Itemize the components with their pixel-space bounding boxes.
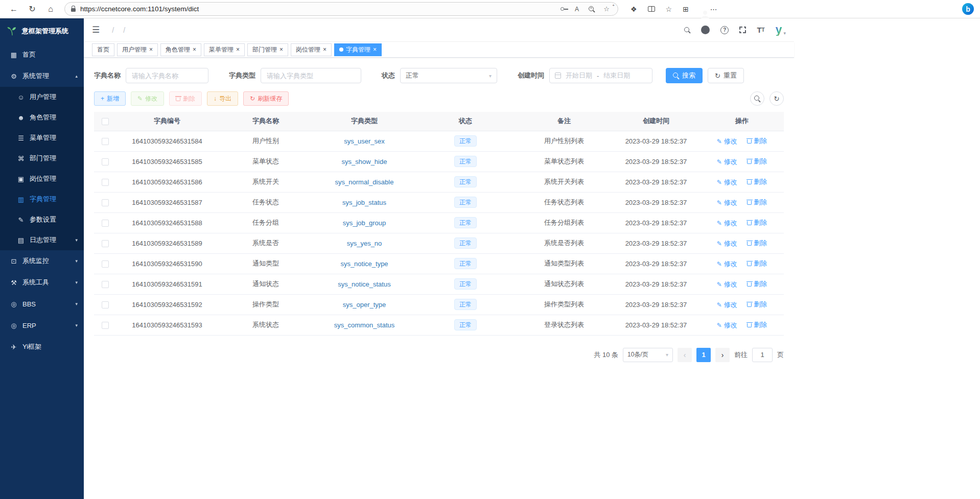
header-search-icon[interactable] <box>684 27 690 33</box>
password-key-icon[interactable] <box>557 4 567 14</box>
next-page-button[interactable]: › <box>715 348 730 362</box>
refresh-cache-button[interactable]: ↻ 刷新缓存 <box>243 91 289 106</box>
browser-home-button[interactable]: ⌂ <box>43 2 58 16</box>
refresh-table-icon[interactable]: ↻ <box>769 91 784 106</box>
edit-button[interactable]: ✎ 修改 <box>131 91 164 106</box>
page-number-button[interactable]: 1 <box>696 348 711 362</box>
row-checkbox[interactable] <box>102 281 109 288</box>
tab-close-icon[interactable]: × <box>193 46 196 53</box>
sidebar-menu-item[interactable]: ⚙ 系统管理 ▴ <box>0 65 84 87</box>
dict-type-link[interactable]: sys_oper_type <box>343 301 386 308</box>
goto-page-input[interactable] <box>752 348 773 362</box>
sidebar-menu-item[interactable]: ▣ 岗位管理 <box>0 169 84 189</box>
read-aloud-icon[interactable]: A <box>572 4 582 14</box>
row-delete-link[interactable]: 删除 <box>747 259 767 268</box>
toggle-search-icon[interactable] <box>750 91 764 106</box>
sidebar-menu-item[interactable]: ☰ 菜单管理 <box>0 128 84 148</box>
dict-name-input[interactable] <box>126 68 208 83</box>
export-button[interactable]: ↓ 导出 <box>207 91 238 106</box>
view-tab[interactable]: 首页 <box>92 43 114 56</box>
row-checkbox[interactable] <box>102 158 109 165</box>
row-checkbox[interactable] <box>102 240 109 247</box>
dict-type-link[interactable]: sys_job_status <box>342 199 386 206</box>
select-all-checkbox[interactable] <box>102 118 109 125</box>
view-tab[interactable]: 用户管理 × <box>117 43 158 56</box>
dict-type-link[interactable]: sys_user_sex <box>344 137 384 145</box>
row-delete-link[interactable]: 删除 <box>747 177 767 186</box>
sidebar-menu-item[interactable]: ☺ 用户管理 <box>0 87 84 107</box>
favorites-icon[interactable]: ☆ <box>666 5 672 13</box>
breadcrumb-item[interactable] <box>107 26 119 34</box>
row-edit-link[interactable]: ✎修改 <box>717 219 737 228</box>
status-select[interactable]: 正常 ▾ <box>400 68 497 83</box>
sidebar-menu-item[interactable]: ▦ 首页 <box>0 44 84 65</box>
row-edit-link[interactable]: ✎修改 <box>717 300 737 310</box>
browser-more-icon[interactable]: ⋯ <box>710 5 717 13</box>
dict-type-link[interactable]: sys_normal_disable <box>335 178 394 186</box>
sidebar-menu-item[interactable]: ⊡ 系统监控 ▾ <box>0 250 84 272</box>
page-size-select[interactable]: 10条/页 ▾ <box>623 348 673 362</box>
hamburger-icon[interactable]: ☰ <box>92 25 100 35</box>
row-delete-link[interactable]: 删除 <box>747 157 767 166</box>
prev-page-button[interactable]: ‹ <box>678 348 692 362</box>
add-favorite-icon[interactable]: ☆+ <box>601 4 612 14</box>
delete-button[interactable]: 删除 <box>169 91 202 106</box>
tab-close-icon[interactable]: × <box>323 46 326 53</box>
row-checkbox[interactable] <box>102 179 109 186</box>
row-edit-link[interactable]: ✎修改 <box>717 239 737 248</box>
row-checkbox[interactable] <box>102 260 109 268</box>
date-range-picker[interactable]: 开始日期 - 结束日期 <box>549 68 652 83</box>
row-delete-link[interactable]: 删除 <box>747 300 767 309</box>
sidebar-menu-item[interactable]: ⌘ 部门管理 <box>0 148 84 169</box>
user-logo[interactable]: y ▾ <box>776 24 786 36</box>
row-delete-link[interactable]: 删除 <box>747 136 767 146</box>
address-bar[interactable]: https://ccnetcore.com:1101/system/dict A… <box>64 2 618 16</box>
row-delete-link[interactable]: 删除 <box>747 218 767 227</box>
sidebar-menu-item[interactable]: ✈ Yi框架 <box>0 336 84 358</box>
sidebar-menu-item[interactable]: ▤ 日志管理 ▾ <box>0 230 84 250</box>
sidebar-menu-item[interactable]: ◎ ERP ▾ <box>0 315 84 336</box>
dict-type-link[interactable]: sys_notice_type <box>340 260 388 268</box>
dict-type-link[interactable]: sys_job_group <box>343 219 386 227</box>
row-delete-link[interactable]: 删除 <box>747 239 767 248</box>
tab-close-icon[interactable]: × <box>236 46 240 53</box>
reset-button[interactable]: ↻ 重置 <box>708 68 744 83</box>
row-edit-link[interactable]: ✎修改 <box>717 137 737 146</box>
split-screen-icon[interactable] <box>648 5 655 13</box>
row-delete-link[interactable]: 删除 <box>747 320 767 329</box>
row-edit-link[interactable]: ✎修改 <box>717 280 737 289</box>
fullscreen-icon[interactable] <box>739 27 746 33</box>
row-checkbox[interactable] <box>102 138 109 145</box>
bing-copilot-button[interactable]: b <box>962 3 974 15</box>
browser-refresh-button[interactable]: ↻ <box>25 2 40 16</box>
view-tab[interactable]: 岗位管理 × <box>291 43 332 56</box>
row-edit-link[interactable]: ✎修改 <box>717 259 737 269</box>
view-tab[interactable]: 部门管理 × <box>247 43 288 56</box>
row-edit-link[interactable]: ✎修改 <box>717 321 737 330</box>
sidebar-menu-item[interactable]: ▥ 字典管理 <box>0 189 84 209</box>
dict-type-link[interactable]: sys_notice_status <box>338 280 390 288</box>
collections-icon[interactable]: ⊞ <box>683 5 689 13</box>
row-checkbox[interactable] <box>102 220 109 227</box>
row-edit-link[interactable]: ✎修改 <box>717 157 737 167</box>
tab-close-icon[interactable]: × <box>373 46 377 53</box>
row-checkbox[interactable] <box>102 322 109 329</box>
sidebar-menu-item[interactable]: ☻ 角色管理 <box>0 107 84 128</box>
sidebar-menu-item[interactable]: ✎ 参数设置 <box>0 209 84 230</box>
dict-type-link[interactable]: sys_yes_no <box>347 240 382 247</box>
help-icon[interactable]: ? <box>720 26 729 34</box>
tab-close-icon[interactable]: × <box>279 46 283 53</box>
dict-type-link[interactable]: sys_common_status <box>334 321 395 329</box>
row-delete-link[interactable]: 删除 <box>747 198 767 207</box>
dict-type-link[interactable]: sys_show_hide <box>342 158 387 165</box>
sidebar-menu-item[interactable]: ⚒ 系统工具 ▾ <box>0 272 84 293</box>
github-icon[interactable] <box>701 26 710 34</box>
row-checkbox[interactable] <box>102 301 109 308</box>
view-tab[interactable]: 字典管理 × <box>334 43 382 56</box>
row-delete-link[interactable]: 删除 <box>747 279 767 289</box>
row-checkbox[interactable] <box>102 199 109 206</box>
row-edit-link[interactable]: ✎修改 <box>717 178 737 187</box>
zoom-out-icon[interactable] <box>587 4 597 14</box>
dict-type-input[interactable] <box>261 68 361 83</box>
view-tab[interactable]: 菜单管理 × <box>204 43 245 56</box>
